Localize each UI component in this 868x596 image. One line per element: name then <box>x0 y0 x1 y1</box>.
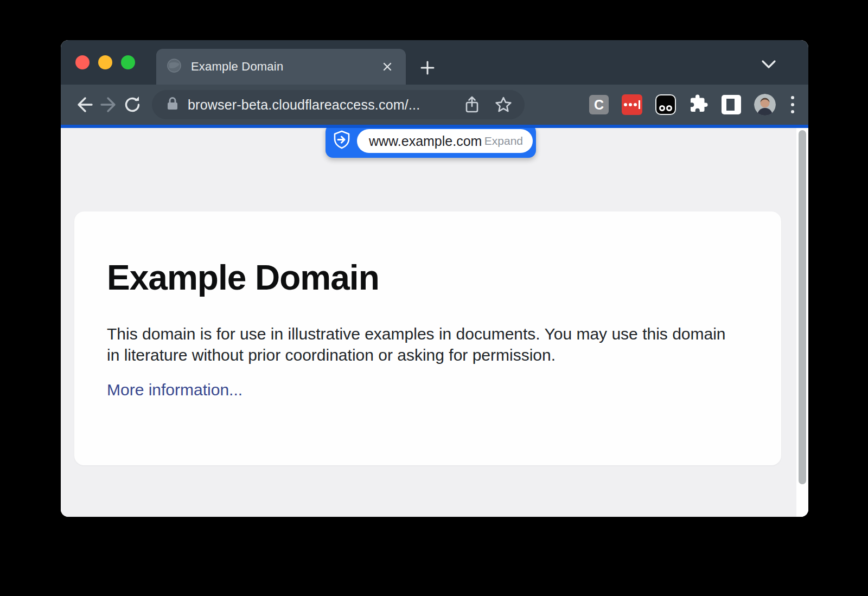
toolbar: browser-beta.cloudflareaccess.com/... C <box>61 85 808 125</box>
globe-favicon-icon <box>167 59 181 75</box>
callout-domain-text: www.example.com <box>369 133 482 149</box>
scrollbar-track[interactable] <box>796 128 808 517</box>
page-viewport: www.example.com Expand Example Domain Th… <box>61 128 808 517</box>
expand-button[interactable]: Expand <box>484 134 523 148</box>
browser-window: Example Domain <box>61 40 808 517</box>
more-information-link[interactable]: More information... <box>107 381 242 399</box>
c-extension-icon[interactable]: C <box>589 95 609 114</box>
traffic-lights <box>75 55 135 69</box>
tab-search-chevron-icon[interactable] <box>761 60 777 72</box>
profile-avatar[interactable] <box>754 94 776 116</box>
reload-button[interactable] <box>120 93 144 117</box>
url-text[interactable]: browser-beta.cloudflareaccess.com/... <box>188 97 420 113</box>
page-title: Example Domain <box>107 212 749 295</box>
password-manager-extension-icon[interactable] <box>622 94 642 115</box>
bookmark-star-icon[interactable] <box>494 95 513 114</box>
zoom-window-button[interactable] <box>121 55 135 69</box>
lock-icon[interactable] <box>166 97 179 113</box>
page-card: Example Domain This domain is for use in… <box>74 212 781 465</box>
extensions-row: C <box>589 94 796 116</box>
remote-browser-callout[interactable]: www.example.com Expand <box>326 128 536 158</box>
forward-button[interactable] <box>97 93 120 117</box>
binoculars-extension-icon[interactable] <box>655 94 676 115</box>
minimize-window-button[interactable] <box>98 55 112 69</box>
side-panel-icon[interactable] <box>722 95 741 114</box>
shield-arrow-icon <box>333 130 350 152</box>
back-button[interactable] <box>73 93 97 117</box>
scrollbar-thumb[interactable] <box>799 130 806 484</box>
puzzle-extensions-icon[interactable] <box>689 94 709 116</box>
address-bar[interactable]: browser-beta.cloudflareaccess.com/... <box>152 90 525 119</box>
tab-strip: Example Domain <box>61 40 808 85</box>
share-icon[interactable] <box>464 95 480 114</box>
new-tab-button[interactable] <box>417 57 438 79</box>
page-paragraph: This domain is for use in illustrative e… <box>107 323 731 366</box>
callout-domain-pill[interactable]: www.example.com Expand <box>357 129 533 153</box>
tab-title: Example Domain <box>191 60 380 74</box>
tab-close-icon[interactable] <box>380 59 395 74</box>
tab-example-domain[interactable]: Example Domain <box>156 49 406 85</box>
close-window-button[interactable] <box>75 55 90 69</box>
menu-kebab-icon[interactable] <box>789 96 796 113</box>
